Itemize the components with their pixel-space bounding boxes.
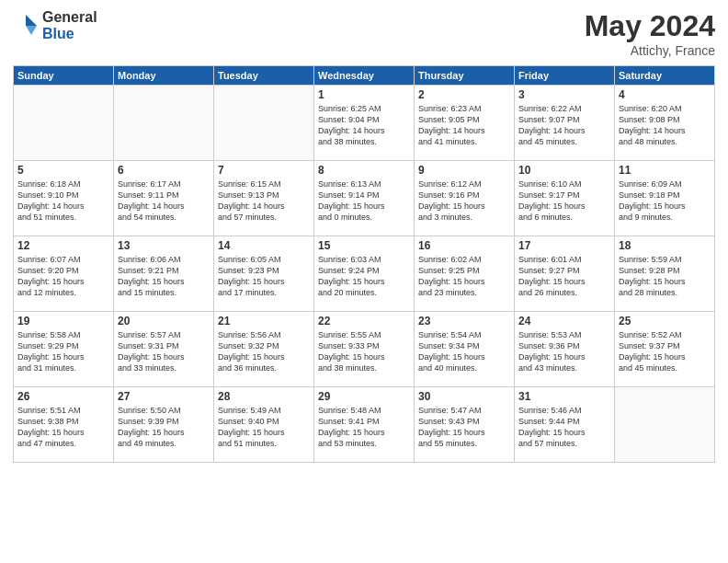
- cell-info-text: Sunrise: 6:05 AM Sunset: 9:23 PM Dayligh…: [218, 254, 310, 299]
- calendar-cell: 28Sunrise: 5:49 AM Sunset: 9:40 PM Dayli…: [214, 387, 314, 463]
- calendar-cell: 1Sunrise: 6:25 AM Sunset: 9:04 PM Daylig…: [314, 86, 415, 161]
- weekday-header: Thursday: [415, 66, 515, 86]
- cell-info-text: Sunrise: 5:49 AM Sunset: 9:40 PM Dayligh…: [218, 405, 310, 450]
- calendar-cell: 26Sunrise: 5:51 AM Sunset: 9:38 PM Dayli…: [14, 387, 114, 463]
- cell-day-number: 13: [118, 239, 210, 252]
- calendar-cell: 20Sunrise: 5:57 AM Sunset: 9:31 PM Dayli…: [114, 312, 214, 387]
- calendar-cell: 11Sunrise: 6:09 AM Sunset: 9:18 PM Dayli…: [615, 161, 715, 236]
- page: General Blue May 2024 Attichy, France Su…: [0, 0, 728, 563]
- cell-info-text: Sunrise: 6:12 AM Sunset: 9:16 PM Dayligh…: [418, 178, 510, 224]
- cell-day-number: 4: [619, 88, 711, 101]
- calendar-week-row: 26Sunrise: 5:51 AM Sunset: 9:38 PM Dayli…: [14, 387, 715, 463]
- cell-day-number: 9: [418, 164, 510, 177]
- calendar-week-row: 5Sunrise: 6:18 AM Sunset: 9:10 PM Daylig…: [14, 161, 715, 236]
- cell-info-text: Sunrise: 5:55 AM Sunset: 9:33 PM Dayligh…: [318, 329, 410, 374]
- title-month: May 2024: [585, 9, 715, 43]
- cell-day-number: 27: [118, 390, 210, 403]
- calendar-cell: 23Sunrise: 5:54 AM Sunset: 9:34 PM Dayli…: [415, 312, 515, 387]
- cell-info-text: Sunrise: 6:01 AM Sunset: 9:27 PM Dayligh…: [518, 254, 610, 299]
- cell-day-number: 22: [318, 315, 410, 327]
- cell-info-text: Sunrise: 5:50 AM Sunset: 9:39 PM Dayligh…: [118, 405, 210, 450]
- header: General Blue May 2024 Attichy, France: [13, 9, 715, 58]
- calendar-cell: 15Sunrise: 6:03 AM Sunset: 9:24 PM Dayli…: [314, 236, 415, 312]
- cell-info-text: Sunrise: 6:25 AM Sunset: 9:04 PM Dayligh…: [318, 103, 410, 148]
- cell-info-text: Sunrise: 5:52 AM Sunset: 9:37 PM Dayligh…: [619, 329, 711, 374]
- calendar-cell: [14, 86, 114, 161]
- cell-day-number: 7: [218, 164, 310, 177]
- cell-day-number: 19: [17, 315, 109, 327]
- cell-info-text: Sunrise: 5:59 AM Sunset: 9:28 PM Dayligh…: [619, 254, 711, 299]
- calendar-cell: 27Sunrise: 5:50 AM Sunset: 9:39 PM Dayli…: [114, 387, 214, 463]
- calendar-header-row: SundayMondayTuesdayWednesdayThursdayFrid…: [14, 66, 715, 86]
- logo-general-text: General: [42, 9, 97, 26]
- cell-info-text: Sunrise: 5:58 AM Sunset: 9:29 PM Dayligh…: [17, 329, 109, 374]
- cell-info-text: Sunrise: 5:48 AM Sunset: 9:41 PM Dayligh…: [318, 405, 410, 450]
- cell-day-number: 6: [118, 164, 210, 177]
- logo-icon: [13, 13, 39, 39]
- cell-info-text: Sunrise: 6:18 AM Sunset: 9:10 PM Dayligh…: [17, 178, 109, 224]
- logo-text: General Blue: [42, 9, 97, 41]
- cell-day-number: 29: [318, 390, 410, 403]
- calendar-cell: [214, 86, 314, 161]
- calendar-cell: 13Sunrise: 6:06 AM Sunset: 9:21 PM Dayli…: [114, 236, 214, 312]
- cell-day-number: 14: [218, 239, 310, 252]
- cell-info-text: Sunrise: 5:47 AM Sunset: 9:43 PM Dayligh…: [418, 405, 510, 450]
- cell-info-text: Sunrise: 6:07 AM Sunset: 9:20 PM Dayligh…: [17, 254, 109, 299]
- weekday-header: Tuesday: [214, 66, 314, 86]
- cell-info-text: Sunrise: 6:09 AM Sunset: 9:18 PM Dayligh…: [619, 178, 711, 224]
- cell-day-number: 28: [218, 390, 310, 403]
- cell-info-text: Sunrise: 6:06 AM Sunset: 9:21 PM Dayligh…: [118, 254, 210, 299]
- calendar-cell: 29Sunrise: 5:48 AM Sunset: 9:41 PM Dayli…: [314, 387, 415, 463]
- calendar-cell: 31Sunrise: 5:46 AM Sunset: 9:44 PM Dayli…: [515, 387, 615, 463]
- calendar-cell: [114, 86, 214, 161]
- calendar-cell: 16Sunrise: 6:02 AM Sunset: 9:25 PM Dayli…: [415, 236, 515, 312]
- cell-info-text: Sunrise: 5:46 AM Sunset: 9:44 PM Dayligh…: [518, 405, 610, 450]
- cell-info-text: Sunrise: 6:15 AM Sunset: 9:13 PM Dayligh…: [218, 178, 310, 224]
- cell-day-number: 20: [118, 315, 210, 327]
- calendar-cell: 30Sunrise: 5:47 AM Sunset: 9:43 PM Dayli…: [415, 387, 515, 463]
- weekday-header: Monday: [114, 66, 214, 86]
- calendar-cell: 14Sunrise: 6:05 AM Sunset: 9:23 PM Dayli…: [214, 236, 314, 312]
- calendar-cell: 19Sunrise: 5:58 AM Sunset: 9:29 PM Dayli…: [14, 312, 114, 387]
- calendar-cell: 9Sunrise: 6:12 AM Sunset: 9:16 PM Daylig…: [415, 161, 515, 236]
- cell-day-number: 31: [518, 390, 610, 403]
- calendar-cell: [615, 387, 715, 463]
- calendar-cell: 18Sunrise: 5:59 AM Sunset: 9:28 PM Dayli…: [615, 236, 715, 312]
- cell-day-number: 3: [518, 88, 610, 101]
- cell-day-number: 26: [17, 390, 109, 403]
- calendar-cell: 22Sunrise: 5:55 AM Sunset: 9:33 PM Dayli…: [314, 312, 415, 387]
- weekday-header: Saturday: [615, 66, 715, 86]
- cell-day-number: 17: [518, 239, 610, 252]
- title-block: May 2024 Attichy, France: [585, 9, 715, 58]
- calendar-cell: 12Sunrise: 6:07 AM Sunset: 9:20 PM Dayli…: [14, 236, 114, 312]
- weekday-header: Sunday: [14, 66, 114, 86]
- calendar-cell: 3Sunrise: 6:22 AM Sunset: 9:07 PM Daylig…: [515, 86, 615, 161]
- cell-info-text: Sunrise: 5:54 AM Sunset: 9:34 PM Dayligh…: [418, 329, 510, 374]
- calendar-cell: 6Sunrise: 6:17 AM Sunset: 9:11 PM Daylig…: [114, 161, 214, 236]
- cell-day-number: 25: [619, 315, 711, 327]
- calendar-cell: 17Sunrise: 6:01 AM Sunset: 9:27 PM Dayli…: [515, 236, 615, 312]
- cell-info-text: Sunrise: 6:17 AM Sunset: 9:11 PM Dayligh…: [118, 178, 210, 224]
- cell-day-number: 10: [518, 164, 610, 177]
- cell-day-number: 11: [619, 164, 711, 177]
- calendar-cell: 2Sunrise: 6:23 AM Sunset: 9:05 PM Daylig…: [415, 86, 515, 161]
- cell-day-number: 21: [218, 315, 310, 327]
- cell-info-text: Sunrise: 6:22 AM Sunset: 9:07 PM Dayligh…: [518, 103, 610, 148]
- calendar-cell: 5Sunrise: 6:18 AM Sunset: 9:10 PM Daylig…: [14, 161, 114, 236]
- calendar-cell: 10Sunrise: 6:10 AM Sunset: 9:17 PM Dayli…: [515, 161, 615, 236]
- cell-info-text: Sunrise: 5:56 AM Sunset: 9:32 PM Dayligh…: [218, 329, 310, 374]
- cell-info-text: Sunrise: 6:13 AM Sunset: 9:14 PM Dayligh…: [318, 178, 410, 224]
- calendar-cell: 25Sunrise: 5:52 AM Sunset: 9:37 PM Dayli…: [615, 312, 715, 387]
- calendar: SundayMondayTuesdayWednesdayThursdayFrid…: [13, 65, 715, 463]
- svg-marker-0: [26, 15, 37, 26]
- cell-day-number: 2: [418, 88, 510, 101]
- cell-info-text: Sunrise: 5:53 AM Sunset: 9:36 PM Dayligh…: [518, 329, 610, 374]
- cell-info-text: Sunrise: 6:03 AM Sunset: 9:24 PM Dayligh…: [318, 254, 410, 299]
- cell-info-text: Sunrise: 6:10 AM Sunset: 9:17 PM Dayligh…: [518, 178, 610, 224]
- calendar-week-row: 1Sunrise: 6:25 AM Sunset: 9:04 PM Daylig…: [14, 86, 715, 161]
- svg-marker-1: [26, 26, 37, 35]
- calendar-cell: 8Sunrise: 6:13 AM Sunset: 9:14 PM Daylig…: [314, 161, 415, 236]
- calendar-week-row: 12Sunrise: 6:07 AM Sunset: 9:20 PM Dayli…: [14, 236, 715, 312]
- cell-day-number: 23: [418, 315, 510, 327]
- calendar-cell: 21Sunrise: 5:56 AM Sunset: 9:32 PM Dayli…: [214, 312, 314, 387]
